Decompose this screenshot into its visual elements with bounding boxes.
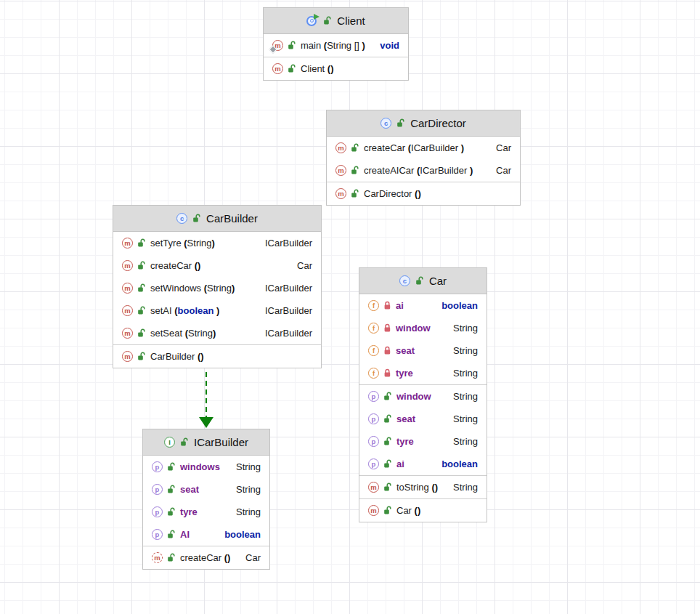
member-row[interactable]: pseatString (143, 478, 269, 501)
method-icon: m (272, 63, 283, 74)
member-row[interactable]: mcreateCar ()Car (143, 546, 269, 569)
method-icon: m (122, 238, 133, 249)
realization-arrow[interactable] (199, 372, 213, 428)
return-type: void (380, 40, 399, 51)
signature-segment: String (187, 238, 212, 249)
return-type: String (236, 461, 261, 472)
member-row[interactable]: pwindowString (359, 385, 487, 408)
return-type: boolean (441, 459, 478, 469)
class-node-client[interactable]: Clientmmain (String [] )voidmClient () (263, 7, 409, 81)
lock-open-icon (167, 485, 176, 494)
class-title: CarDirector (410, 117, 466, 129)
member-signature: createAICar (ICarBuilder ) (364, 165, 473, 176)
member-row[interactable]: pwindowsString (143, 456, 269, 478)
lock-open-icon (415, 276, 424, 286)
member-row[interactable]: mCar () (359, 499, 487, 522)
property-icon: p (368, 459, 379, 469)
lock-open-icon (383, 459, 392, 469)
method-icon: m (368, 482, 379, 493)
member-row[interactable]: mClient () (264, 57, 408, 80)
member-row[interactable]: mcreateAICar (ICarBuilder )Car (327, 159, 520, 182)
member-signature: createCar () (150, 260, 200, 271)
member-row[interactable]: fwindowString (359, 317, 487, 339)
method-icon: m (122, 260, 133, 271)
lock-open-icon (323, 16, 332, 25)
diagram-canvas[interactable]: Clientmmain (String [] )voidmClient ()cC… (0, 0, 700, 614)
property-icon: p (152, 506, 163, 517)
member-row[interactable]: faiboolean (359, 294, 487, 317)
member-row[interactable]: mtoString ()String (359, 476, 487, 498)
member-row[interactable]: pAIboolean (143, 523, 269, 546)
signature-segment: () (415, 505, 421, 516)
lock-open-icon (288, 41, 296, 50)
class-header-car[interactable]: cCar (359, 268, 487, 294)
lock-closed-icon (383, 301, 391, 310)
signature-segment: () (195, 260, 201, 271)
class-header-cardirector[interactable]: cCarDirector (327, 110, 520, 137)
signature-segment: ) (470, 165, 473, 176)
signature-segment: ) (362, 40, 365, 51)
class-header-icarbuilder[interactable]: IICarBuilder (143, 429, 269, 456)
class-node-carbuilder[interactable]: cCarBuildermsetTyre (String)ICarBuilderm… (113, 205, 322, 368)
signature-segment: ) (461, 142, 464, 153)
lock-open-icon (167, 530, 176, 539)
signature-segment: tyre (396, 368, 413, 379)
member-row[interactable]: ftyreString (359, 362, 487, 384)
signature-segment: createCar (180, 552, 224, 563)
member-row[interactable]: msetWindows (String)ICarBuilder (113, 277, 321, 299)
return-type: String (453, 368, 478, 379)
member-row[interactable]: mmain (String [] )void (264, 34, 408, 57)
member-row[interactable]: paiboolean (359, 453, 487, 475)
member-row[interactable]: mcreateCar (ICarBuilder )Car (327, 137, 520, 159)
return-type: String (236, 506, 261, 517)
signature-segment: window (396, 323, 431, 334)
member-row[interactable]: pseatString (359, 408, 487, 430)
lock-open-icon (137, 306, 146, 315)
class-title: Client (337, 15, 365, 27)
lock-closed-icon (383, 323, 391, 333)
field-icon: f (368, 300, 379, 311)
member-row[interactable]: ptyreString (359, 430, 487, 453)
member-signature: seat (396, 345, 415, 356)
member-row[interactable]: mCarBuilder () (113, 345, 321, 368)
signature-segment: setAI (150, 305, 174, 316)
edges-layer (0, 0, 700, 614)
member-signature: CarDirector () (364, 188, 421, 199)
class-node-cardirector[interactable]: cCarDirectormcreateCar (ICarBuilder )Car… (326, 110, 521, 206)
member-signature: tyre (396, 436, 414, 447)
class-header-carbuilder[interactable]: cCarBuilder (113, 206, 321, 232)
property-icon: p (368, 413, 379, 424)
member-row[interactable]: fseatString (359, 339, 487, 362)
member-row[interactable]: mCarDirector () (327, 182, 520, 205)
member-row[interactable]: msetTyre (String)ICarBuilder (113, 232, 321, 254)
lock-open-icon (288, 64, 296, 73)
member-signature: CarBuilder () (150, 351, 204, 362)
property-icon: p (152, 461, 163, 472)
class-node-car[interactable]: cCarfaibooleanfwindowStringfseatStringft… (359, 267, 487, 522)
property-icon: p (368, 391, 379, 402)
signature-segment: seat (396, 413, 415, 424)
signature-segment: AI (180, 529, 190, 540)
member-signature: AI (180, 529, 190, 540)
signature-segment: toString (396, 482, 431, 493)
member-signature: tyre (180, 506, 198, 517)
class-node-icarbuilder[interactable]: IICarBuilderpwindowsStringpseatStringpty… (142, 429, 270, 570)
signature-segment: () (327, 63, 334, 74)
class-header-client[interactable]: Client (264, 8, 408, 34)
member-signature: setAI (boolean ) (150, 305, 219, 316)
member-signature: setSeat (String) (150, 328, 216, 339)
member-row[interactable]: msetSeat (String)ICarBuilder (113, 322, 321, 344)
signature-segment: ) (213, 328, 216, 339)
class-title: ICarBuilder (194, 436, 248, 448)
signature-segment: ICarBuilder (411, 142, 461, 153)
member-row[interactable]: mcreateCar ()Car (113, 254, 321, 277)
lock-open-icon (137, 283, 146, 293)
member-row[interactable]: msetAI (boolean )ICarBuilder (113, 299, 321, 322)
signature-segment: createAICar (364, 165, 417, 176)
property-icon: p (152, 484, 163, 495)
lock-open-icon (167, 462, 176, 472)
static-overlay-icon (269, 45, 277, 53)
signature-segment: ) (232, 283, 235, 294)
lock-open-icon (383, 482, 392, 492)
member-row[interactable]: ptyreString (143, 501, 269, 523)
